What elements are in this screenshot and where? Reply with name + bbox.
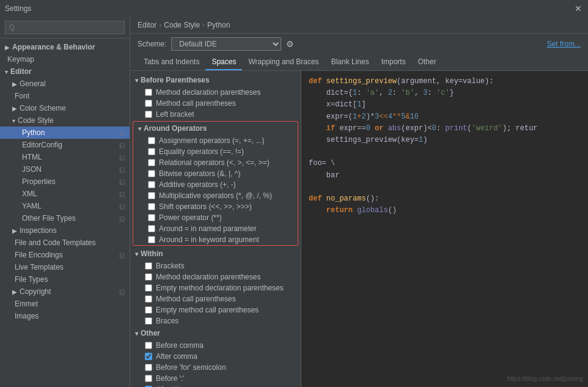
sidebar-item-json[interactable]: JSON◱ <box>0 163 130 175</box>
sidebar-item-copyright[interactable]: ▶Copyright◱ <box>0 286 130 298</box>
checkbox-method-declaration-p[interactable] <box>145 273 152 281</box>
checkbox-power-operator-(**)[interactable] <box>148 214 155 221</box>
checkbox-braces[interactable] <box>145 317 152 325</box>
sidebar-item-live-templates[interactable]: Live Templates <box>0 261 130 273</box>
checkbox-after-comma[interactable] <box>145 353 152 360</box>
check-label: Method declaration parentheses <box>156 273 260 281</box>
section-header-around-operators[interactable]: ▾Around Operators <box>133 122 298 135</box>
checkbox-brackets[interactable] <box>145 262 152 270</box>
check-item: Method call parentheses <box>130 293 301 304</box>
gear-icon[interactable]: ⚙ <box>286 39 294 49</box>
tab-wrapping-and-braces[interactable]: Wrapping and Braces <box>242 54 325 70</box>
sidebar-icon-yaml: ◱ <box>119 203 125 210</box>
checkbox-multiplicative-opera[interactable] <box>148 192 155 199</box>
checkbox-equality-operators-([interactable] <box>148 148 155 155</box>
check-item: Method declaration parentheses <box>130 271 301 282</box>
checkbox-assignment-operators[interactable] <box>148 137 155 144</box>
sidebar-arrow-general: ▶ <box>12 81 17 87</box>
check-item: After comma <box>130 351 301 362</box>
checkbox-method-call-parenthe[interactable] <box>145 295 152 303</box>
section-arrow-other: ▾ <box>135 330 138 337</box>
checkbox-empty-method-declara[interactable] <box>145 284 152 292</box>
section-within: ▾WithinBracketsMethod declaration parent… <box>130 247 301 326</box>
code-token: 'a' <box>366 89 380 97</box>
sidebar-label-html: HTML <box>22 153 42 161</box>
sidebar-item-keymap[interactable]: Keymap <box>0 53 130 65</box>
sidebar-arrow-editor: ▾ <box>5 68 8 75</box>
sidebar-icon-copyright: ◱ <box>119 289 125 295</box>
checkbox-empty-method-call-pa[interactable] <box>145 306 152 314</box>
section-arrow-around-operators: ▾ <box>138 125 141 132</box>
tab-tabs-and-indents[interactable]: Tabs and Indents <box>138 54 205 70</box>
sidebar-item-code-style[interactable]: ▾Code Style <box>0 114 130 127</box>
check-item: Left bracket <box>130 109 301 120</box>
sidebar-item-python[interactable]: Python◱ <box>0 127 130 139</box>
sidebar-label-emmet: Emmet <box>15 300 38 308</box>
sidebar-item-general[interactable]: ▶General <box>0 78 130 90</box>
checkbox-around-=-in-named-pa[interactable] <box>148 225 155 232</box>
checkbox-before-':'[interactable] <box>145 375 152 382</box>
checkbox-method-call-parenthe[interactable] <box>145 100 152 107</box>
sidebar-item-emmet[interactable]: Emmet <box>0 298 130 310</box>
checkbox-method-declaration-p[interactable] <box>145 89 152 96</box>
tab-spaces[interactable]: Spaces <box>205 54 242 70</box>
code-token: expr== <box>335 124 366 133</box>
check-item: Before ':' <box>130 373 301 384</box>
check-label: Around = in keyword argument <box>159 235 259 244</box>
section-header-other[interactable]: ▾Other <box>130 326 301 340</box>
checkbox-additive-operators-([interactable] <box>148 181 155 188</box>
sidebar-item-images[interactable]: Images <box>0 310 130 322</box>
sidebar-item-yaml[interactable]: YAML◱ <box>0 200 130 212</box>
checkbox-left-bracket[interactable] <box>145 111 152 118</box>
sidebar-item-editorconfig[interactable]: EditorConfig◱ <box>0 139 130 151</box>
sidebar-item-font[interactable]: Font <box>0 90 130 102</box>
check-label: Method call parentheses <box>156 99 236 108</box>
tab-other[interactable]: Other <box>412 54 443 70</box>
tab-imports[interactable]: Imports <box>375 54 412 70</box>
checkbox-bitwise-operators-(&[interactable] <box>148 170 155 177</box>
checkbox-shift-operators-(<<,[interactable] <box>148 203 155 210</box>
code-token: (expr)< <box>401 124 432 133</box>
sidebar-item-editor[interactable]: ▾Editor <box>0 65 130 78</box>
set-from-link[interactable]: Set from... <box>547 40 581 48</box>
sidebar-item-inspections[interactable]: ▶Inspections <box>0 224 130 237</box>
breadcrumb-sep2: › <box>202 21 205 29</box>
check-item: Method call parentheses <box>130 98 301 109</box>
code-token: settings_preview <box>322 77 397 86</box>
sidebar-label-appearance: Appearance & Behavior <box>12 43 95 51</box>
sidebar-item-color-scheme[interactable]: ▶Color Scheme <box>0 102 130 114</box>
code-line-11: return globals() <box>309 205 581 216</box>
tab-blank-lines[interactable]: Blank Lines <box>325 54 375 70</box>
scheme-select[interactable]: Default IDE <box>171 37 281 51</box>
sidebar-item-xml[interactable]: XML◱ <box>0 188 130 200</box>
check-item: Empty method call parentheses <box>130 304 301 315</box>
sidebar-arrow-copyright: ▶ <box>12 289 17 295</box>
sidebar-item-file-types[interactable]: File Types <box>0 273 130 286</box>
check-label: Additive operators (+, -) <box>159 180 236 189</box>
sidebar-item-file-code-templates[interactable]: File and Code Templates <box>0 237 130 249</box>
code-line-9 <box>309 182 581 193</box>
sidebar-item-file-encodings[interactable]: File Encodings◱ <box>0 249 130 261</box>
sidebar-item-other-file-types[interactable]: Other File Types◱ <box>0 212 130 224</box>
code-line-2: x=dict[1] <box>309 99 581 111</box>
section-header-within[interactable]: ▾Within <box>130 247 301 260</box>
code-token: , <box>414 89 423 97</box>
checkbox-relational-operators[interactable] <box>148 159 155 166</box>
sidebar-item-properties[interactable]: Properties◱ <box>0 175 130 188</box>
breadcrumb-python: Python <box>207 21 230 29</box>
check-item: Shift operators (<<, >>, >>>) <box>133 201 298 212</box>
sidebar-label-python: Python <box>22 128 45 137</box>
sidebar-item-html[interactable]: HTML◱ <box>0 151 130 163</box>
checkbox-before-'for'-semicol[interactable] <box>145 364 152 371</box>
section-header-before-parentheses[interactable]: ▾Before Parentheses <box>130 73 301 87</box>
code-token: dict={ <box>326 89 353 97</box>
search-input[interactable] <box>5 21 125 34</box>
checkbox-before-comma[interactable] <box>145 342 152 349</box>
code-token: 0 <box>432 124 436 133</box>
close-button[interactable]: ✕ <box>573 4 583 13</box>
check-label: Braces <box>156 317 178 325</box>
code-token: () <box>388 206 397 215</box>
section-arrow-within: ▾ <box>135 251 138 257</box>
checkbox-around-=-in-keyword-[interactable] <box>148 236 155 243</box>
sidebar-item-appearance[interactable]: ▶Appearance & Behavior <box>0 41 130 53</box>
